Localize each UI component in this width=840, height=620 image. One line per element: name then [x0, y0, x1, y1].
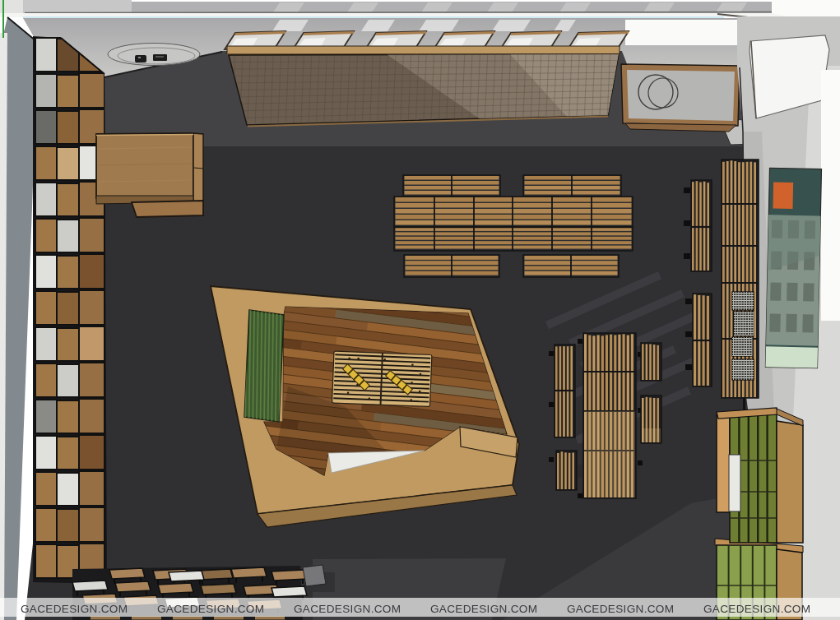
- svg-text:GACEDESIGN.COM: GACEDESIGN.COM: [430, 603, 537, 615]
- svg-text:GACEDESIGN.COM: GACEDESIGN.COM: [21, 603, 128, 615]
- svg-text:GACEDESIGN.COM: GACEDESIGN.COM: [294, 603, 401, 615]
- svg-text:GACEDESIGN.COM: GACEDESIGN.COM: [567, 603, 674, 615]
- svg-text:GACEDESIGN.COM: GACEDESIGN.COM: [157, 603, 264, 615]
- svg-text:GACEDESIGN.COM: GACEDESIGN.COM: [703, 603, 810, 615]
